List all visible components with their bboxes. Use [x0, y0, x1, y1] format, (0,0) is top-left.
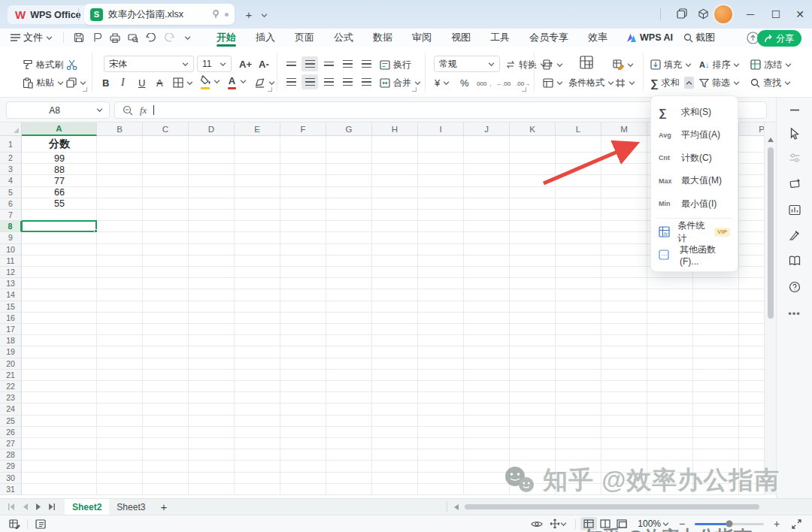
row-header-17[interactable]: 17	[0, 324, 22, 335]
help-icon[interactable]	[789, 281, 801, 293]
align-center-button[interactable]	[301, 74, 318, 89]
page-layout-view-button[interactable]	[614, 517, 630, 530]
rotate-shape-icon[interactable]	[789, 178, 801, 189]
next-sheet-icon[interactable]	[32, 500, 45, 514]
clipboard-group-expander[interactable]	[83, 87, 87, 92]
row-header-3[interactable]: 3	[0, 164, 22, 175]
normal-view-button[interactable]	[580, 517, 597, 530]
minimize-button[interactable]: ─	[740, 5, 761, 24]
fill-color-button[interactable]	[200, 74, 220, 89]
column-header-P[interactable]: P	[739, 122, 764, 136]
cursor-select-icon[interactable]	[789, 128, 800, 140]
cell-A3[interactable]: 88	[22, 164, 97, 175]
share-button[interactable]: 分享	[757, 30, 801, 47]
page-break-view-button[interactable]	[597, 517, 614, 530]
new-tab-button[interactable]: +	[241, 6, 257, 23]
zoom-out-button[interactable]: −	[675, 518, 689, 530]
menu-tab-效率[interactable]: 效率	[578, 29, 617, 47]
vertical-scrollbar[interactable]	[764, 122, 776, 495]
row-header-8[interactable]: 8	[0, 221, 22, 232]
row-header-26[interactable]: 26	[0, 427, 22, 438]
close-button[interactable]: ✕	[789, 5, 810, 24]
book-icon[interactable]	[789, 255, 801, 266]
distribute-button[interactable]	[358, 74, 374, 89]
quickbar-chevron-icon[interactable]	[178, 30, 196, 45]
sum-dropdown-caret[interactable]	[684, 77, 694, 89]
tab-list-chevron-icon[interactable]	[256, 7, 272, 23]
align-middle-button[interactable]	[301, 56, 318, 71]
row-header-12[interactable]: 12	[0, 267, 22, 278]
add-sheet-button[interactable]: +	[160, 500, 167, 513]
conditional-format-button[interactable]: 条件格式	[568, 75, 614, 90]
column-header-H[interactable]: H	[372, 122, 418, 136]
scroll-up-icon[interactable]	[768, 138, 774, 142]
zoom-slider-thumb[interactable]	[726, 521, 733, 527]
strikethrough-button[interactable]: A	[156, 75, 163, 90]
more-options-icon[interactable]: •••	[788, 308, 801, 319]
bold-button[interactable]: B	[102, 75, 109, 90]
row-header-23[interactable]: 23	[0, 392, 22, 404]
file-menu-button[interactable]: 文件	[6, 31, 57, 44]
zoom-slider[interactable]	[695, 523, 764, 525]
worksheet-button[interactable]	[579, 55, 594, 70]
column-header-M[interactable]: M	[601, 122, 647, 136]
justify-button[interactable]	[339, 74, 356, 89]
sum-menu-item-2[interactable]: Avg平均值(A)	[651, 124, 738, 147]
underline-button[interactable]: U	[138, 75, 145, 90]
fill-handle[interactable]	[94, 229, 98, 233]
italic-button[interactable]: I	[121, 75, 125, 90]
row-header-4[interactable]: 4	[0, 175, 22, 186]
sort-button[interactable]: A↓ 排序	[699, 57, 740, 72]
row-header-29[interactable]: 29	[0, 461, 22, 472]
row-header-18[interactable]: 18	[0, 335, 22, 346]
hscroll-left-icon[interactable]	[454, 504, 459, 510]
row-header-7[interactable]: 7	[0, 210, 22, 221]
menu-tab-插入[interactable]: 插入	[246, 29, 285, 47]
row-header-1[interactable]: 1	[0, 136, 22, 153]
borders-button[interactable]	[173, 75, 193, 90]
align-right-button[interactable]	[320, 74, 337, 89]
prev-sheet-icon[interactable]	[18, 500, 32, 514]
column-header-C[interactable]: C	[143, 122, 189, 136]
sum-menu-item-1[interactable]: ∑求和(S)	[651, 101, 738, 124]
wrap-text-button[interactable]: 换行	[380, 57, 411, 72]
cell-A2[interactable]: 99	[22, 153, 97, 164]
row-header-28[interactable]: 28	[0, 449, 22, 461]
docs-stack-icon[interactable]	[674, 5, 690, 22]
active-cell-selection[interactable]	[22, 220, 97, 232]
menu-tab-视图[interactable]: 视图	[441, 29, 480, 47]
font-color-button[interactable]: A	[227, 74, 247, 89]
sum-button[interactable]: ∑ 求和	[650, 75, 694, 90]
percent-format-button[interactable]: %	[460, 75, 469, 90]
column-header-E[interactable]: E	[235, 122, 280, 136]
sheet-tab-Sheet3[interactable]: Sheet3	[109, 499, 153, 515]
workspace-cube-icon[interactable]	[695, 5, 711, 22]
output-icon[interactable]	[88, 30, 106, 45]
row-header-21[interactable]: 21	[0, 370, 22, 381]
print-preview-icon[interactable]	[124, 30, 142, 45]
screenshot-button[interactable]: 截图	[683, 31, 715, 44]
maximize-button[interactable]: ☐	[765, 5, 786, 24]
row-header-20[interactable]: 20	[0, 358, 22, 370]
wps-ai-button[interactable]: WPS AI	[626, 32, 673, 43]
thousands-format-button[interactable]: 000,	[477, 77, 492, 92]
eye-icon[interactable]	[529, 517, 545, 530]
row-header-25[interactable]: 25	[0, 416, 22, 427]
user-avatar[interactable]	[714, 5, 732, 23]
column-header-I[interactable]: I	[418, 122, 464, 136]
sheet-tab-Sheet2[interactable]: Sheet2	[65, 499, 109, 515]
tools-pens-icon[interactable]	[789, 230, 801, 241]
row-header-14[interactable]: 14	[0, 289, 22, 301]
find-button[interactable]: 查找	[750, 75, 791, 90]
sum-menu-item-4[interactable]: Max最大值(M)	[651, 170, 738, 193]
convert-button[interactable]: 转换	[505, 57, 547, 72]
horizontal-scroll-thumb[interactable]	[465, 504, 759, 509]
settings-sliders-icon[interactable]	[789, 153, 800, 163]
column-header-A[interactable]: A	[22, 122, 97, 136]
document-tab[interactable]: S 效率办公指南.xlsx	[84, 4, 235, 25]
row-header-31[interactable]: 31	[0, 484, 22, 495]
number-format-select[interactable]: 常规	[434, 56, 500, 72]
row-header-27[interactable]: 27	[0, 438, 22, 449]
vertical-scroll-thumb[interactable]	[768, 147, 774, 319]
cell-A1[interactable]: 分数	[22, 136, 97, 153]
